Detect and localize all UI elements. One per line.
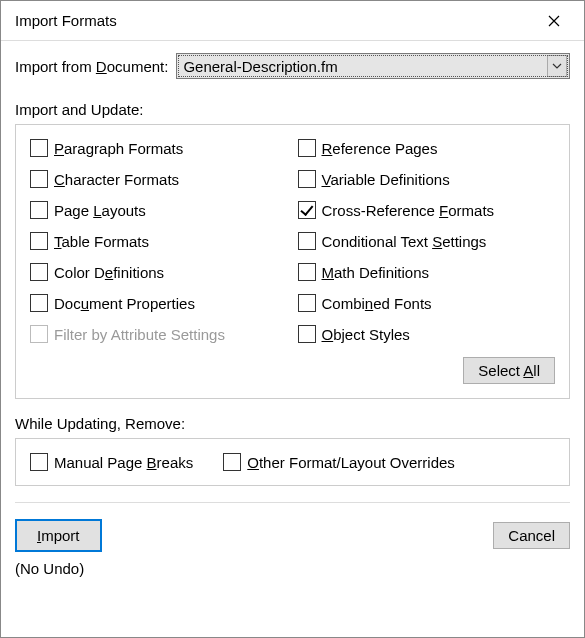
titlebar: Import Formats xyxy=(1,1,584,41)
checkbox-object-styles[interactable]: Object Styles xyxy=(298,325,556,343)
checkbox-cross-reference-formats[interactable]: Cross-Reference Formats xyxy=(298,201,556,219)
chevron-down-icon xyxy=(552,63,562,69)
checkbox-filter-by-attribute: Filter by Attribute Settings xyxy=(30,325,288,343)
checkbox-manual-page-breaks[interactable]: Manual Page Breaks xyxy=(30,453,193,471)
document-combo-value: General-Description.fm xyxy=(183,58,337,75)
checkbox-character-formats[interactable]: Character Formats xyxy=(30,170,288,188)
import-update-box: Paragraph Formats Reference Pages Charac… xyxy=(15,124,570,399)
no-undo-label: (No Undo) xyxy=(15,560,570,577)
while-updating-label: While Updating, Remove: xyxy=(15,415,570,432)
close-button[interactable] xyxy=(534,2,574,40)
import-from-label: Import from Document: xyxy=(15,58,168,75)
checkbox-page-layouts[interactable]: Page Layouts xyxy=(30,201,288,219)
checkbox-paragraph-formats[interactable]: Paragraph Formats xyxy=(30,139,288,157)
document-combo[interactable]: General-Description.fm xyxy=(176,53,570,79)
checkbox-conditional-text-settings[interactable]: Conditional Text Settings xyxy=(298,232,556,250)
checkbox-variable-definitions[interactable]: Variable Definitions xyxy=(298,170,556,188)
cancel-button[interactable]: Cancel xyxy=(493,522,570,549)
dialog-title: Import Formats xyxy=(15,12,117,29)
import-button[interactable]: Import xyxy=(15,519,102,552)
checkbox-combined-fonts[interactable]: Combined Fonts xyxy=(298,294,556,312)
checkbox-document-properties[interactable]: Document Properties xyxy=(30,294,288,312)
footer: Import Cancel xyxy=(15,502,570,552)
while-updating-box: Manual Page Breaks Other Format/Layout O… xyxy=(15,438,570,486)
options-grid: Paragraph Formats Reference Pages Charac… xyxy=(30,139,555,343)
combo-dropdown-button[interactable] xyxy=(547,55,567,77)
checkbox-color-definitions[interactable]: Color Definitions xyxy=(30,263,288,281)
checkbox-other-overrides[interactable]: Other Format/Layout Overrides xyxy=(223,453,455,471)
checkbox-table-formats[interactable]: Table Formats xyxy=(30,232,288,250)
close-icon xyxy=(548,15,560,27)
import-update-label: Import and Update: xyxy=(15,101,570,118)
checkbox-math-definitions[interactable]: Math Definitions xyxy=(298,263,556,281)
import-from-row: Import from Document: General-Descriptio… xyxy=(15,53,570,79)
select-all-button[interactable]: Select All xyxy=(463,357,555,384)
checkbox-reference-pages[interactable]: Reference Pages xyxy=(298,139,556,157)
